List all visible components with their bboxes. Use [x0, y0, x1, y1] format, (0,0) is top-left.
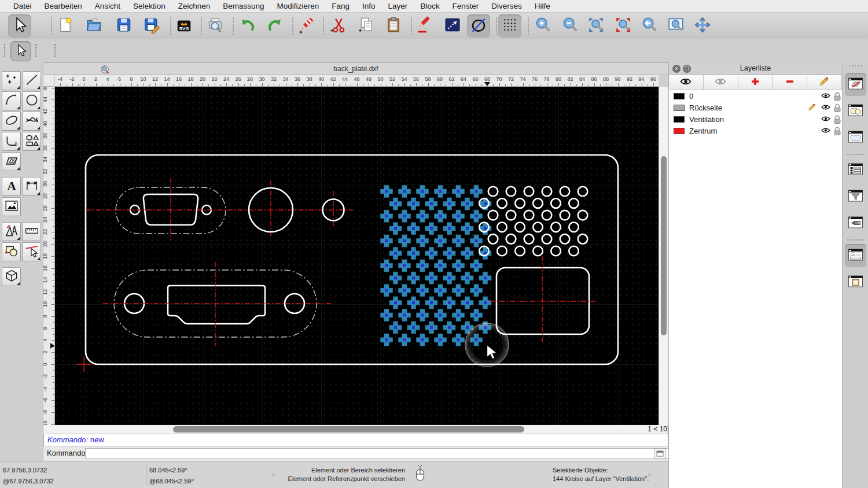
menu-ansicht[interactable]: Ansicht	[89, 2, 127, 10]
menu-layer[interactable]: Layer	[382, 2, 414, 10]
layer-row-ventilation[interactable]: Ventilation	[669, 113, 842, 125]
print-preview-button[interactable]	[204, 14, 227, 38]
pan-button[interactable]	[691, 14, 714, 38]
layer-lock-icon[interactable]	[833, 103, 842, 112]
svg-export-button[interactable]: SVG	[172, 14, 196, 38]
menu-fang[interactable]: Fang	[325, 2, 356, 10]
plate-outline[interactable]	[86, 155, 618, 364]
layer-row-rückseite[interactable]: Rückseite	[669, 102, 842, 113]
menu-fenster[interactable]: Fenster	[446, 2, 485, 10]
ellipse-tool-button[interactable]	[2, 112, 21, 131]
zoom-window-button[interactable]	[664, 14, 687, 38]
restrict-toggle-button[interactable]	[467, 14, 490, 38]
show-all-layers-button[interactable]	[669, 75, 704, 90]
vertical-scrollbar[interactable]	[659, 87, 668, 425]
view3d-tool-button[interactable]	[2, 267, 21, 286]
arc-tool-button[interactable]	[2, 91, 21, 110]
layer-color-swatch[interactable]	[674, 105, 685, 111]
modify-tool-button[interactable]	[2, 242, 21, 261]
vertical-scrollbar-thumb[interactable]	[661, 156, 667, 335]
horizontal-scrollbar[interactable]	[43, 425, 639, 434]
layer-lock-icon[interactable]	[833, 92, 842, 100]
menu-bearbeiten[interactable]: Bearbeiten	[38, 2, 89, 10]
layer-row-0[interactable]: 0	[669, 90, 842, 102]
delete-button[interactable]	[295, 14, 318, 38]
dock-block-list-toggle[interactable]	[845, 99, 866, 123]
layer-visibility-eye-icon[interactable]	[821, 127, 830, 135]
layer-color-swatch[interactable]	[674, 116, 685, 123]
add-layer-button[interactable]	[738, 75, 773, 90]
shape-tool-button[interactable]	[22, 132, 41, 151]
dock-layer-states-toggle[interactable]	[845, 158, 866, 182]
layer-visibility-eye-icon[interactable]	[821, 115, 830, 123]
line-tool-button[interactable]	[22, 71, 41, 90]
command-input[interactable]	[85, 448, 696, 459]
copy-button[interactable]	[355, 14, 378, 38]
grid-toggle-button[interactable]	[498, 14, 521, 38]
menu-datei[interactable]: Datei	[7, 2, 38, 10]
cut-button[interactable]	[327, 14, 350, 38]
toolbar-drag-handle[interactable]	[54, 43, 56, 58]
menu-zeichnen[interactable]: Zeichnen	[172, 2, 217, 10]
point-tool-button[interactable]	[2, 71, 21, 90]
menu-info[interactable]: Info	[356, 2, 382, 10]
ventilation-holes-selected[interactable]	[380, 185, 492, 346]
layer-lock-icon[interactable]	[833, 127, 842, 135]
layer-color-swatch[interactable]	[674, 93, 685, 99]
text-tool-button[interactable]: A	[2, 177, 21, 196]
measure-tool-button[interactable]	[22, 222, 41, 241]
undo-button[interactable]	[236, 14, 259, 38]
zoom-selection-button[interactable]	[612, 14, 635, 38]
document-tab-bar[interactable]: back_plate.dxf	[43, 62, 668, 75]
zoom-out-button[interactable]	[558, 14, 582, 38]
trim-tool-button[interactable]	[22, 242, 41, 261]
toolbar-drag-handle[interactable]	[35, 43, 37, 58]
save-button[interactable]	[112, 14, 135, 38]
hide-all-layers-button[interactable]	[704, 75, 738, 90]
auto-zoom-button[interactable]	[584, 14, 608, 38]
menu-diverses[interactable]: Diverses	[485, 2, 528, 10]
toolbar-drag-handle[interactable]	[848, 65, 862, 67]
toolbar-drag-handle[interactable]	[3, 43, 6, 58]
edit-layer-button[interactable]	[807, 75, 842, 90]
hatch-tool-button[interactable]	[2, 152, 21, 171]
layer-lock-icon[interactable]	[833, 115, 842, 123]
drawing-canvas[interactable]	[55, 87, 659, 425]
dock-clipboard-toggle[interactable]	[845, 271, 866, 294]
layer-visibility-eye-icon[interactable]	[821, 103, 830, 112]
command-panel-toggle-button[interactable]	[654, 448, 665, 459]
layer-row-zentrum[interactable]: Zentrum	[669, 125, 842, 136]
menu-hilfe[interactable]: Hilfe	[528, 2, 557, 10]
ventilation-holes-round[interactable]	[479, 187, 587, 256]
dock-layer-list-toggle[interactable]	[845, 73, 866, 96]
redo-button[interactable]	[263, 14, 286, 38]
layer-visibility-eye-icon[interactable]	[821, 92, 830, 100]
dock-property-editor-toggle[interactable]	[845, 244, 866, 267]
dock-selection-filter-toggle[interactable]	[845, 185, 866, 208]
layer-panel-header[interactable]: ✕ ❐ Layerliste	[669, 62, 842, 75]
dock-library-browser-toggle[interactable]	[845, 126, 866, 149]
draw-button[interactable]	[413, 14, 436, 38]
previous-view-button[interactable]	[638, 14, 661, 38]
horizontal-scrollbar-thumb[interactable]	[173, 426, 524, 432]
image-tool-button[interactable]	[2, 197, 21, 216]
dimension-tool-button[interactable]	[22, 177, 41, 196]
circle-tool-button[interactable]	[22, 91, 41, 110]
menu-block[interactable]: Block	[414, 2, 446, 10]
spline-tool-button[interactable]	[22, 112, 41, 131]
layer-color-swatch[interactable]	[674, 128, 685, 134]
draw-settings-tool-button[interactable]	[2, 222, 21, 241]
dock-flashlight-toggle[interactable]	[845, 212, 866, 235]
polyline-tool-button[interactable]	[2, 132, 21, 151]
select-button[interactable]	[8, 14, 31, 38]
open-file-button[interactable]	[82, 14, 105, 38]
menu-selektion[interactable]: Selektion	[127, 2, 172, 10]
menu-bemassung[interactable]: Bemassung	[216, 2, 270, 10]
save-as-button[interactable]	[140, 14, 163, 38]
zoom-in-button[interactable]	[531, 14, 554, 38]
remove-layer-button[interactable]	[773, 75, 807, 90]
menu-modifizieren[interactable]: Modifizieren	[271, 2, 326, 10]
line-tool-button[interactable]	[441, 14, 464, 38]
selection-tool-button[interactable]	[10, 41, 31, 61]
new-file-button[interactable]	[54, 14, 77, 38]
